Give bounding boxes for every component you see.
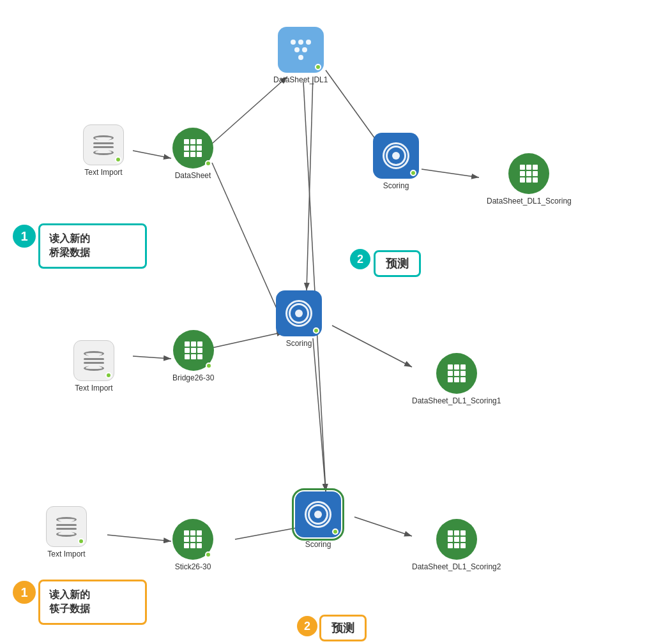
datasheet-dl1-node[interactable]: DataSheet_DL1: [273, 27, 328, 84]
scoring-2-node[interactable]: Scoring: [276, 290, 322, 348]
scoring-2-icon: [276, 290, 322, 336]
database-icon-3: [56, 517, 77, 537]
datasheet-label: DataSheet: [175, 171, 211, 180]
scoring-3-label: Scoring: [305, 540, 331, 549]
svg-line-7: [422, 169, 479, 177]
text-import-1-icon: [83, 124, 124, 165]
database-icon-2: [84, 351, 104, 371]
teal-annotation-1-text: 读入新的桥梁数据: [49, 233, 90, 258]
datasheet-dl1-scoring1-node[interactable]: DataSheet_DL1_Scoring1: [412, 353, 501, 405]
orange-pred-text: 预测: [331, 622, 354, 634]
datasheet-dl1-icon: [278, 27, 324, 73]
datasheet-dl1-scoring2-node[interactable]: DataSheet_DL1_Scoring2: [412, 519, 501, 571]
datasheet-node[interactable]: DataSheet: [172, 128, 213, 180]
text-import-3-node[interactable]: Text Import: [46, 506, 87, 558]
scoring-2-label: Scoring: [286, 339, 312, 348]
datasheet-dl1-scoring2-icon: [436, 519, 477, 560]
target-icon-3: [305, 501, 331, 528]
svg-line-8: [133, 356, 171, 359]
orange-pred-box: 预测: [319, 615, 367, 641]
text-import-2-label: Text Import: [75, 384, 112, 393]
scoring-1-icon: [373, 133, 419, 179]
target-icon-1: [383, 142, 409, 169]
stick2630-icon: [172, 519, 213, 560]
scoring-1-label: Scoring: [383, 181, 409, 190]
text-import-1-node[interactable]: Text Import: [83, 124, 124, 177]
svg-line-1: [133, 151, 171, 158]
badge-2-orange: 2: [297, 616, 317, 636]
grid-icon-5: [184, 530, 202, 548]
orange-annotation-1: 读入新的筷子数据: [38, 580, 147, 625]
svg-line-10: [332, 326, 412, 367]
stick2630-node[interactable]: Stick26-30: [172, 519, 213, 571]
scoring-1-node[interactable]: Scoring: [373, 133, 419, 190]
target-icon-2: [285, 300, 312, 327]
orange-annotation-1-text: 读入新的筷子数据: [49, 589, 90, 614]
text-import-3-label: Text Import: [47, 550, 85, 558]
badge-1-orange: 1: [13, 581, 36, 604]
datasheet-dl1-scoring-label: DataSheet_DL1_Scoring: [487, 197, 572, 206]
text-import-1-label: Text Import: [84, 168, 122, 177]
datasheet-dl1-scoring-icon: [508, 153, 549, 194]
svg-line-12: [107, 535, 171, 541]
database-icon: [93, 135, 114, 155]
workflow-canvas: Text Import DataSheet: [0, 0, 654, 644]
svg-line-2: [212, 77, 287, 144]
datasheet-dl1-scoring1-icon: [436, 353, 477, 394]
svg-line-5: [307, 77, 313, 290]
datasheet-dl1-scoring2-label: DataSheet_DL1_Scoring2: [412, 562, 501, 571]
datasheet-dl1-scoring-node[interactable]: DataSheet_DL1_Scoring: [487, 153, 572, 206]
stick2630-label: Stick26-30: [175, 562, 211, 571]
teal-pred-box: 预测: [374, 250, 421, 277]
grid-icon-2: [520, 165, 538, 183]
bridge2630-node[interactable]: Bridge26-30: [172, 330, 214, 382]
text-import-3-icon: [46, 506, 87, 547]
teal-pred-text: 预测: [386, 257, 409, 270]
text-import-2-icon: [73, 340, 114, 381]
scoring-3-node[interactable]: Scoring: [295, 491, 341, 549]
grid-icon-3: [185, 341, 202, 359]
grid-icon-6: [448, 530, 466, 548]
bridge2630-icon: [173, 330, 214, 371]
svg-line-13: [235, 527, 303, 539]
grid-icon: [184, 139, 202, 157]
badge-2-teal: 2: [350, 249, 370, 269]
network-icon: [291, 40, 311, 60]
teal-annotation-1: 读入新的桥梁数据: [38, 223, 147, 269]
bridge2630-label: Bridge26-30: [172, 373, 214, 382]
scoring-3-icon: [295, 491, 341, 537]
text-import-2-node[interactable]: Text Import: [73, 340, 114, 393]
svg-line-6: [303, 82, 326, 491]
svg-line-3: [212, 163, 284, 326]
svg-line-14: [354, 517, 412, 536]
svg-line-11: [313, 338, 326, 491]
svg-line-9: [212, 332, 284, 348]
datasheet-dl1-label: DataSheet_DL1: [273, 75, 328, 84]
grid-icon-4: [448, 364, 466, 382]
datasheet-dl1-scoring1-label: DataSheet_DL1_Scoring1: [412, 396, 501, 405]
badge-1-teal: 1: [13, 225, 36, 248]
datasheet-icon: [172, 128, 213, 168]
